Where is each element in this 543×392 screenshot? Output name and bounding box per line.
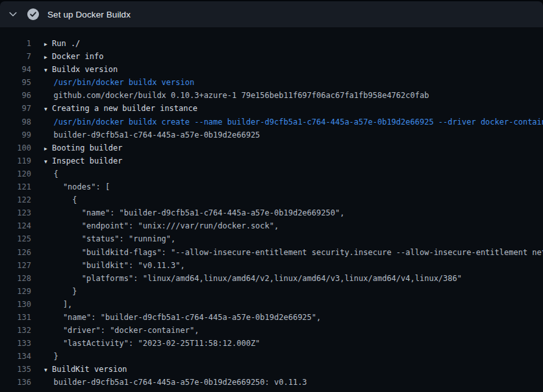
line-number[interactable]: 97	[0, 102, 31, 115]
line-number[interactable]: 119	[0, 154, 31, 167]
output-text: ],	[44, 298, 72, 311]
log-line: 136 builder-d9cfb5a1-c764-445a-a57e-0b19…	[0, 376, 543, 389]
line-number[interactable]: 127	[0, 259, 31, 272]
log-group-toggle[interactable]: ▸Docker info	[44, 50, 103, 63]
output-text: "endpoint": "unix:///var/run/docker.sock…	[44, 219, 279, 232]
group-title: Run ./	[52, 39, 80, 48]
line-number[interactable]: 99	[0, 129, 31, 141]
triangle-collapsed-icon: ▸	[44, 51, 52, 64]
output-text: }	[44, 350, 58, 363]
line-number[interactable]: 130	[0, 298, 31, 311]
line-number[interactable]: 1	[0, 37, 31, 50]
output-text: "driver": "docker-container",	[44, 324, 199, 337]
log-line: 126 "buildkitd-flags": "--allow-insecure…	[0, 246, 543, 259]
command-text: /usr/bin/docker buildx create --name bui…	[44, 116, 543, 129]
line-number[interactable]: 126	[0, 246, 31, 259]
line-number[interactable]: 129	[0, 285, 31, 298]
line-number[interactable]: 94	[0, 63, 31, 76]
line-number[interactable]: 124	[0, 219, 31, 232]
log-group-toggle[interactable]: ▾BuildKit version	[44, 363, 127, 376]
log-group-toggle[interactable]: ▾Inspect builder	[44, 154, 122, 167]
log-line: 7▸Docker info	[0, 50, 543, 63]
line-number[interactable]: 121	[0, 180, 31, 193]
line-number[interactable]: 132	[0, 324, 31, 337]
log-line: 129 }	[0, 285, 543, 298]
line-number[interactable]: 125	[0, 232, 31, 245]
log-group-toggle[interactable]: ▾Creating a new builder instance	[44, 102, 197, 115]
output-text: builder-d9cfb5a1-c764-445a-a57e-0b19d2e6…	[44, 376, 307, 389]
line-number[interactable]: 100	[0, 141, 31, 154]
log-line: 94▾Buildx version	[0, 63, 543, 76]
line-number[interactable]: 95	[0, 76, 31, 89]
log-group-toggle[interactable]: ▸Run ./	[44, 37, 80, 50]
triangle-expanded-icon: ▾	[44, 64, 52, 77]
group-title: Docker info	[52, 52, 103, 61]
output-text: "name": "builder-d9cfb5a1-c764-445a-a57e…	[44, 311, 321, 324]
log-line: 121 "nodes": [	[0, 180, 543, 193]
output-text: "buildkitd-flags": "--allow-insecure-ent…	[44, 246, 543, 259]
output-text: github.com/docker/buildx 0.10.3+azure-1 …	[44, 89, 429, 102]
log-line: 135▾BuildKit version	[0, 363, 543, 376]
triangle-collapsed-icon: ▸	[44, 38, 52, 51]
log-line: 125 "status": "running",	[0, 232, 543, 245]
output-text: "name": "builder-d9cfb5a1-c764-445a-a57e…	[44, 206, 344, 219]
group-title: Inspect builder	[52, 156, 122, 165]
log-lines: 1▸Run ./7▸Docker info94▾Buildx version95…	[0, 27, 543, 392]
step-title: Set up Docker Buildx	[47, 10, 131, 19]
output-text: {	[44, 193, 77, 206]
log-line: 130 ],	[0, 298, 543, 311]
log-line: 124 "endpoint": "unix:///var/run/docker.…	[0, 219, 543, 232]
group-title: Creating a new builder instance	[52, 104, 197, 113]
line-number[interactable]: 136	[0, 376, 31, 389]
triangle-expanded-icon: ▾	[44, 155, 52, 168]
output-text: "lastActivity": "2023-02-25T11:58:12.000…	[44, 337, 260, 350]
output-text: "platforms": "linux/amd64,linux/amd64/v2…	[44, 272, 462, 285]
log-line: 98 /usr/bin/docker buildx create --name …	[0, 116, 543, 129]
output-text: "nodes": [	[44, 180, 110, 193]
line-number[interactable]: 133	[0, 337, 31, 350]
log-line: 131 "name": "builder-d9cfb5a1-c764-445a-…	[0, 311, 543, 324]
group-title: BuildKit version	[52, 365, 127, 374]
chevron-down-icon	[8, 9, 18, 19]
log-line: 134 }	[0, 350, 543, 363]
log-line: 133 "lastActivity": "2023-02-25T11:58:12…	[0, 337, 543, 350]
log-line: 127 "buildkit": "v0.11.3",	[0, 259, 543, 272]
step-header[interactable]: Set up Docker Buildx	[0, 1, 543, 27]
output-text: "status": "running",	[44, 232, 175, 245]
group-title: Booting builder	[52, 143, 122, 153]
line-number[interactable]: 7	[0, 50, 31, 63]
line-number[interactable]: 98	[0, 116, 31, 129]
line-number[interactable]: 96	[0, 89, 31, 102]
output-text: }	[44, 285, 77, 298]
group-title: Buildx version	[52, 65, 118, 74]
triangle-collapsed-icon: ▸	[44, 142, 52, 155]
log-line: 132 "driver": "docker-container",	[0, 324, 543, 337]
log-line: 96 github.com/docker/buildx 0.10.3+azure…	[0, 89, 543, 102]
check-circle-icon	[27, 8, 39, 20]
log-line: 119▾Inspect builder	[0, 154, 543, 167]
output-text: {	[44, 167, 58, 180]
line-number[interactable]: 134	[0, 350, 31, 363]
line-number[interactable]: 122	[0, 193, 31, 206]
log-line: 128 "platforms": "linux/amd64,linux/amd6…	[0, 272, 543, 285]
output-text: "buildkit": "v0.11.3",	[44, 259, 185, 272]
line-number[interactable]: 135	[0, 363, 31, 376]
line-number[interactable]: 123	[0, 206, 31, 219]
log-line: 1▸Run ./	[0, 37, 543, 50]
log-line: 95 /usr/bin/docker buildx version	[0, 76, 543, 89]
triangle-expanded-icon: ▾	[44, 363, 52, 376]
log-group-toggle[interactable]: ▾Buildx version	[44, 63, 118, 76]
log-line: 123 "name": "builder-d9cfb5a1-c764-445a-…	[0, 206, 543, 219]
command-text: /usr/bin/docker buildx version	[44, 76, 194, 89]
line-number[interactable]: 120	[0, 167, 31, 180]
line-number[interactable]: 131	[0, 311, 31, 324]
triangle-expanded-icon: ▾	[44, 103, 52, 116]
log-line: 100▸Booting builder	[0, 141, 543, 154]
log-line: 120 {	[0, 167, 543, 180]
log-group-toggle[interactable]: ▸Booting builder	[44, 141, 122, 154]
output-text: builder-d9cfb5a1-c764-445a-a57e-0b19d2e6…	[44, 129, 260, 141]
log-line: 99 builder-d9cfb5a1-c764-445a-a57e-0b19d…	[0, 129, 543, 141]
log-line: 122 {	[0, 193, 543, 206]
line-number[interactable]: 128	[0, 272, 31, 285]
log-line: 97▾Creating a new builder instance	[0, 102, 543, 115]
